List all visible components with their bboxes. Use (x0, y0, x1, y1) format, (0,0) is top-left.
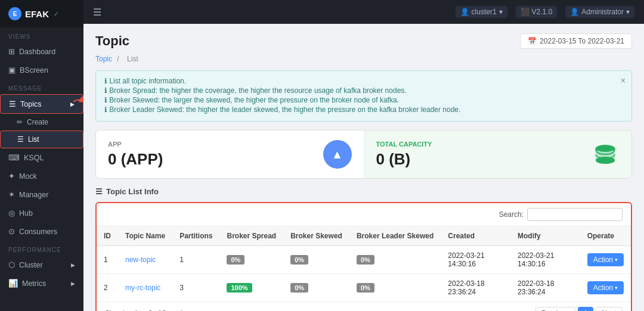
cluster-caret: ▾ (499, 8, 503, 16)
next-page-button[interactable]: Next (596, 307, 623, 311)
version-text: V2.1.0 (532, 8, 553, 16)
col-broker-leader-skewed: Broker Leader Skewed (349, 226, 441, 246)
sidebar-item-ksql[interactable]: ⌨ KSQL (0, 148, 83, 167)
topbar-right: 👤 cluster1 ▾ ⬛ V2.1.0 👤 Administrator ▾ (456, 6, 634, 18)
sidebar-item-label: Hub (19, 209, 33, 217)
user-badge[interactable]: 👤 Administrator ▾ (565, 6, 634, 18)
broker-skewed-badge: 0% (290, 255, 308, 265)
database-icon (593, 142, 617, 166)
broker-leader-badge: 0% (357, 283, 374, 293)
broker-spread-badge: 0% (227, 255, 244, 265)
hub-icon: ◎ (8, 209, 15, 217)
col-operate: Operate (580, 226, 631, 246)
topic-link[interactable]: my-rc-topic (125, 284, 160, 292)
capacity-stat-label: TOTAL CAPACITY (376, 141, 432, 148)
topics-icon: ☰ (9, 99, 16, 108)
broker-spread-badge: 100% (227, 283, 252, 293)
action-button[interactable]: Action ▾ (587, 281, 624, 294)
sidebar-item-consumers[interactable]: ⊙ Consumers (0, 222, 83, 241)
cell-id: 2 (97, 274, 118, 302)
col-topic-name: Topic Name (118, 226, 172, 246)
create-icon: ✏ (17, 118, 23, 126)
hamburger-icon[interactable]: ☰ (93, 7, 101, 18)
mock-icon: ✦ (8, 172, 15, 181)
sidebar-item-dashboard[interactable]: ⊞ Dashboard (0, 42, 83, 61)
performance-section-label: PERFORMANCE (0, 241, 83, 256)
main-area: ☰ 👤 cluster1 ▾ ⬛ V2.1.0 👤 Administrator … (83, 0, 644, 311)
cell-modify: 2022-03-18 23:36:24 (510, 274, 580, 302)
sidebar-sub-create[interactable]: ✏ Create (0, 114, 83, 130)
sidebar-item-label: Metrics (22, 279, 46, 288)
breadcrumb-topic[interactable]: Topic (95, 55, 112, 63)
app-stat-value: 0 (APP) (108, 150, 163, 169)
sidebar-item-metrics[interactable]: 📊 Metrics ▶ (0, 274, 83, 293)
col-modify: Modify (510, 226, 580, 246)
cell-id: 1 (97, 246, 118, 274)
capacity-stat-block: TOTAL CAPACITY 0 (B) (364, 130, 632, 178)
sidebar-item-cluster[interactable]: ⬡ Cluster ▶ (0, 256, 83, 274)
date-range-text: 2022-03-15 To 2022-03-21 (540, 37, 624, 45)
stats-row: APP 0 (APP) ▲ TOTAL CAPACITY 0 (B) (95, 130, 632, 179)
breadcrumb-list: List (127, 55, 138, 63)
user-caret: ▾ (626, 8, 630, 16)
topics-submenu: ✏ Create ☰ List 2 (0, 114, 83, 148)
cell-topic-name: my-rc-topic (118, 274, 172, 302)
date-range-badge[interactable]: 📅 2022-03-15 To 2022-03-21 (520, 33, 632, 49)
cell-broker-spread: 0% (219, 246, 283, 274)
table-search-row: Search: (97, 203, 631, 226)
sidebar-item-manager[interactable]: ✶ Manager (0, 185, 83, 204)
sidebar-item-hub[interactable]: ◎ Hub (0, 204, 83, 222)
cell-created: 2022-03-21 14:30:16 (441, 246, 510, 274)
app-name: EFAK (25, 9, 49, 19)
col-id: ID (97, 226, 118, 246)
message-section-label: MESSAGE (0, 79, 83, 94)
prev-page-button[interactable]: Previous (535, 307, 575, 311)
info-close-button[interactable]: × (621, 76, 626, 85)
bscreen-icon: ▣ (8, 66, 16, 74)
user-icon: 👤 (570, 8, 579, 16)
version-badge[interactable]: ⬛ V2.1.0 (516, 6, 558, 18)
col-broker-spread: Broker Spread (219, 226, 283, 246)
sidebar-item-label: Topics (20, 100, 41, 108)
action-caret: ▾ (615, 285, 618, 291)
cell-topic-name: new-topic (118, 246, 172, 274)
table-footer: Showing 1 to 2 of 2 entries Previous 1 N… (97, 301, 631, 311)
sidebar-item-label: Consumers (19, 228, 57, 236)
page-header: Topic 📅 2022-03-15 To 2022-03-21 (95, 33, 632, 49)
app-logo: E EFAK ✓ (0, 0, 83, 27)
sidebar-item-mock[interactable]: ✦ Mock (0, 167, 83, 185)
topics-chevron: ▶ (70, 101, 75, 107)
sidebar-item-topics[interactable]: ☰ Topics ▶ (0, 94, 83, 114)
broker-leader-badge: 0% (357, 255, 374, 265)
table-row: 2 my-rc-topic 3 100% 0% 0% 2022-03-18 23… (97, 274, 631, 302)
dashboard-icon: ⊞ (8, 47, 15, 56)
cluster-chevron: ▶ (71, 262, 75, 268)
sidebar-sub-list[interactable]: ☰ List (0, 130, 83, 148)
app-stat-label: APP (108, 141, 163, 148)
cell-broker-skewed: 0% (283, 246, 349, 274)
version-icon: ⬛ (521, 8, 530, 16)
action-button[interactable]: Action ▾ (587, 253, 624, 266)
topics-table: ID Topic Name Partitions Broker Spread B… (97, 226, 631, 301)
topbar: ☰ 👤 cluster1 ▾ ⬛ V2.1.0 👤 Administrator … (83, 0, 644, 24)
cluster-icon: ⬡ (8, 260, 15, 269)
logo-icon: E (8, 7, 21, 20)
page-title: Topic (95, 33, 129, 49)
cell-broker-spread: 100% (219, 274, 283, 302)
cell-operate: Action ▾ (580, 274, 631, 302)
sidebar-item-label: Mock (19, 172, 37, 181)
search-input[interactable] (527, 208, 623, 221)
sidebar-item-label: Manager (19, 191, 48, 199)
page-1-button[interactable]: 1 (578, 307, 594, 311)
list-icon-header: ☰ (95, 187, 103, 196)
table-row: 1 new-topic 1 0% 0% 0% 2022-03-21 14:30:… (97, 246, 631, 274)
info-line3: ℹ Broker Skewed: the larger the skewed, … (104, 96, 623, 104)
col-created: Created (441, 226, 510, 246)
cluster-badge[interactable]: 👤 cluster1 ▾ (456, 6, 507, 18)
ksql-icon: ⌨ (8, 153, 20, 162)
sidebar: E EFAK ✓ VIEWS ⊞ Dashboard ▣ BScreen MES… (0, 0, 83, 311)
topic-link[interactable]: new-topic (125, 256, 156, 264)
sidebar-item-label: Cluster (19, 261, 43, 269)
sidebar-item-bscreen[interactable]: ▣ BScreen (0, 61, 83, 79)
sidebar-item-label: BScreen (20, 66, 48, 74)
